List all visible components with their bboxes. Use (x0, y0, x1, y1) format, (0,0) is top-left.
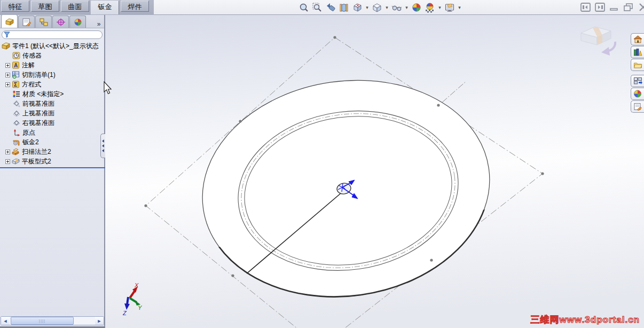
tab-surfaces[interactable]: 曲面 (61, 1, 89, 12)
tree-item-sensors[interactable]: 传感器 (4, 51, 104, 60)
panel-tab-row: » (0, 15, 104, 28)
tree-item-label: 前视基准面 (22, 99, 54, 108)
displaymanager-tab[interactable] (69, 15, 86, 28)
collapse-left-pane-icon[interactable] (580, 2, 591, 12)
restore-icon[interactable] (623, 2, 634, 12)
expand-plus[interactable] (5, 82, 10, 87)
tree-item-cut-list[interactable]: 切割清单(1) (4, 70, 104, 80)
tree-item-equations[interactable]: Σ 方程式 (4, 80, 104, 89)
heads-up-view-toolbar: ▾ ▾ ▾ ▾ ▾ (298, 1, 462, 14)
view-palette-tab[interactable] (631, 75, 644, 87)
view-orientation-icon[interactable] (351, 2, 363, 13)
tree-item-label: 钣金2 (22, 138, 39, 147)
home-icon (633, 35, 642, 43)
tree-item-swept-flange2[interactable]: 扫描法兰2 (4, 147, 104, 157)
expand-plus[interactable] (5, 73, 10, 77)
rollback-bar[interactable] (0, 167, 104, 169)
tree-item-label: 原点 (22, 128, 35, 137)
display-style-icon[interactable] (371, 2, 383, 13)
view-settings-dropdown[interactable]: ▾ (457, 5, 462, 10)
expand-plus[interactable] (5, 63, 10, 68)
svg-text:Σ: Σ (14, 82, 17, 88)
tree-item-label: 上视基准面 (22, 109, 54, 118)
configurationmanager-tab[interactable] (35, 15, 52, 28)
panel-splitter[interactable] (100, 134, 105, 158)
apply-scene-dropdown[interactable]: ▾ (437, 5, 442, 10)
edit-appearance-icon[interactable] (411, 2, 422, 13)
appearances-scenes-tab[interactable] (631, 88, 644, 100)
tree-horizontal-scrollbar[interactable]: ◄ |||| ► (1, 316, 104, 325)
reference-plane-icon (12, 110, 20, 117)
tab-weldments[interactable]: 焊件 (121, 1, 149, 12)
previous-view-icon[interactable] (325, 2, 336, 13)
display-style-dropdown[interactable]: ▾ (384, 5, 389, 10)
file-explorer-tab[interactable] (631, 59, 644, 71)
collapse-arrow-icon (102, 139, 104, 143)
reference-plane-icon (12, 100, 20, 107)
expand-plus[interactable] (5, 150, 10, 154)
reference-plane-icon (12, 119, 20, 127)
filter-input[interactable] (10, 32, 102, 38)
tree-item-label: 材质 <未指定> (22, 90, 64, 99)
annotations-icon: A (12, 61, 20, 69)
window-controls (580, 2, 644, 12)
top-toolbar: 特征 草图 曲面 钣金 焊件 ▾ ▾ ▾ ▾ ▾ (0, 0, 644, 15)
design-library-icon (633, 48, 642, 56)
panel-expand-chevron[interactable]: » (94, 20, 104, 28)
collapse-right-pane-icon[interactable] (594, 2, 605, 12)
featuremanager-panel: » 零件1 (默认<<默认>_显示状态 传感器 A 注解 (0, 15, 105, 328)
tab-sheet-metal[interactable]: 钣金 (91, 1, 119, 14)
tree-item-right-plane[interactable]: 右视基准面 (4, 118, 104, 128)
hide-show-items-dropdown[interactable]: ▾ (404, 5, 409, 10)
tree-item-annotations[interactable]: A 注解 (4, 60, 104, 70)
zoom-to-area-icon[interactable] (311, 2, 323, 13)
custom-properties-tab[interactable] (631, 100, 644, 113)
tree-item-label: 右视基准面 (22, 119, 54, 128)
design-library-tab[interactable] (631, 46, 644, 58)
swept-flange-icon (12, 148, 20, 155)
scroll-grip: |||| (39, 318, 45, 323)
tree-item-label: 零件1 (默认<<默认>_显示状态 (12, 42, 99, 51)
scroll-left-button[interactable]: ◄ (1, 317, 10, 325)
tab-sketch[interactable]: 草图 (31, 1, 59, 12)
propertymanager-tab[interactable] (18, 15, 35, 28)
scroll-track[interactable]: |||| (10, 317, 95, 325)
tree-item-label: 传感器 (22, 51, 42, 60)
view-orientation-dropdown[interactable]: ▾ (365, 5, 370, 10)
solidworks-resources-tab[interactable] (631, 33, 644, 45)
tree-filter[interactable] (2, 30, 103, 39)
tab-features[interactable]: 特征 (1, 1, 29, 12)
cut-list-icon (12, 71, 20, 79)
tree-item-part-root[interactable]: 零件1 (默认<<默认>_显示状态 (0, 41, 104, 51)
section-view-icon[interactable] (338, 2, 350, 13)
tree-item-label: 平板型式2 (22, 157, 51, 166)
featuremanager-tab[interactable] (1, 14, 18, 28)
hide-show-items-icon[interactable] (391, 2, 403, 13)
minimize-icon[interactable] (609, 2, 619, 12)
scroll-right-button[interactable]: ► (95, 317, 104, 325)
tree-item-flat-pattern2[interactable]: 平板型式2 (4, 157, 104, 166)
dimxpertmanager-tab[interactable] (52, 15, 69, 28)
tree-item-sheet-metal2[interactable]: 钣金2 (4, 137, 104, 147)
close-icon[interactable] (638, 2, 644, 12)
folder-icon (633, 61, 642, 69)
svg-text:X: X (134, 282, 139, 288)
tree-item-front-plane[interactable]: 前视基准面 (4, 99, 104, 108)
apply-scene-icon[interactable] (424, 2, 436, 13)
part-icon (2, 42, 10, 50)
view-settings-icon[interactable] (444, 2, 455, 13)
flat-pattern-icon (12, 158, 20, 165)
tree-item-top-plane[interactable]: 上视基准面 (4, 108, 104, 118)
task-pane (630, 15, 644, 328)
equations-icon: Σ (12, 81, 20, 88)
tree-item-material[interactable]: 材质 <未指定> (4, 89, 104, 99)
expand-plus[interactable] (5, 159, 10, 164)
collapse-arrow-icon (102, 149, 104, 152)
collapse-arrow-icon (102, 144, 104, 147)
tree-item-origin[interactable]: 原点 (4, 128, 104, 137)
material-icon (12, 90, 20, 98)
svg-text:A: A (14, 63, 18, 68)
zoom-to-fit-icon[interactable] (298, 2, 310, 13)
mouse-cursor (103, 81, 115, 95)
scroll-thumb[interactable]: |||| (11, 317, 74, 325)
